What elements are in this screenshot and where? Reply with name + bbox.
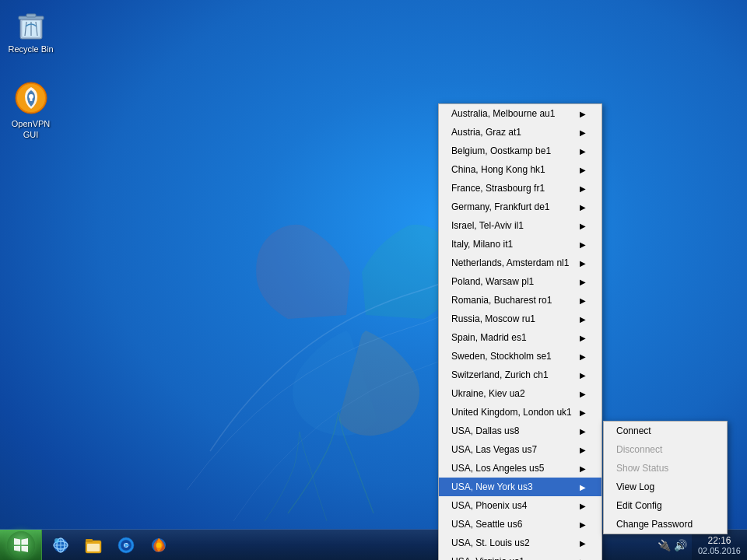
main-menu-item-0[interactable]: Australia, Melbourne au1▶ — [439, 104, 601, 123]
menu-item-label-20: USA, New York us3 — [451, 481, 533, 492]
taskbar-explorer-icon[interactable] — [78, 531, 109, 559]
taskbar-wmp-icon[interactable] — [110, 531, 142, 559]
submenu-arrow-8: ▶ — [580, 259, 586, 268]
network-icon: 🔌 — [658, 539, 671, 551]
recycle-bin-icon[interactable]: Recycle Bin — [2, 3, 60, 58]
main-menu-item-14[interactable]: Switzerland, Zurich ch1▶ — [439, 366, 601, 384]
submenu-arrow-3: ▶ — [580, 166, 586, 174]
main-menu-item-19[interactable]: USA, Los Angeles us5▶ — [439, 459, 601, 478]
menu-item-label-24: USA, Virginia us1 — [451, 556, 524, 560]
sub-context-menu: ConnectDisconnectShow StatusView LogEdit… — [603, 421, 728, 534]
taskbar-firefox-icon[interactable] — [143, 531, 174, 559]
main-menu-item-21[interactable]: USA, Phoenix us4▶ — [439, 496, 601, 515]
recycle-bin-svg — [14, 6, 48, 40]
submenu-arrow-13: ▶ — [580, 352, 586, 361]
submenu-items: ConnectDisconnectShow StatusView LogEdit… — [604, 422, 727, 534]
submenu-arrow-21: ▶ — [580, 502, 586, 510]
submenu-arrow-4: ▶ — [580, 184, 586, 193]
volume-icon: 🔊 — [674, 539, 687, 551]
svg-point-26 — [156, 542, 162, 548]
menu-item-label-19: USA, Los Angeles us5 — [451, 463, 544, 474]
menu-item-label-15: Ukraine, Kiev ua2 — [451, 388, 525, 399]
svg-point-16 — [54, 538, 59, 543]
submenu-arrow-17: ▶ — [580, 427, 586, 436]
submenu-item-3[interactable]: View Log — [604, 478, 727, 496]
taskbar-ie-icon[interactable] — [45, 531, 76, 559]
submenu-item-5[interactable]: Change Password — [604, 515, 727, 534]
menu-item-label-4: France, Strasbourg fr1 — [451, 183, 545, 194]
menu-item-label-23: USA, St. Louis us2 — [451, 537, 530, 548]
main-menu-item-7[interactable]: Italy, Milano it1▶ — [439, 235, 601, 254]
svg-rect-10 — [30, 97, 32, 101]
menu-item-label-16: United Kingdom, London uk1 — [451, 407, 572, 418]
clock-time: 22:16 — [707, 535, 731, 546]
svg-rect-18 — [86, 539, 93, 542]
main-menu-items: Australia, Melbourne au1▶Austria, Graz a… — [439, 104, 601, 560]
submenu-item-2: Show Status — [604, 459, 727, 478]
submenu-arrow-10: ▶ — [580, 296, 586, 305]
main-menu-item-10[interactable]: Romania, Bucharest ro1▶ — [439, 291, 601, 310]
main-menu-item-2[interactable]: Belgium, Oostkamp be1▶ — [439, 142, 601, 160]
main-menu-item-20[interactable]: USA, New York us3▶ — [439, 478, 601, 496]
submenu-arrow-2: ▶ — [580, 147, 586, 156]
menu-item-label-14: Switzerland, Zurich ch1 — [451, 369, 549, 380]
openvpn-svg — [14, 81, 48, 115]
submenu-arrow-9: ▶ — [580, 278, 586, 286]
menu-item-label-12: Spain, Madrid es1 — [451, 332, 527, 343]
firefox-svg — [149, 536, 168, 555]
submenu-item-1: Disconnect — [604, 440, 727, 459]
menu-item-label-13: Sweden, Stockholm se1 — [451, 351, 552, 362]
submenu-item-0[interactable]: Connect — [604, 422, 727, 440]
main-menu-item-11[interactable]: Russia, Moscow ru1▶ — [439, 310, 601, 328]
main-menu-item-22[interactable]: USA, Seattle us6▶ — [439, 515, 601, 534]
menu-item-label-3: China, Hong Kong hk1 — [451, 164, 545, 175]
submenu-arrow-12: ▶ — [580, 334, 586, 342]
main-menu-item-17[interactable]: USA, Dallas us8▶ — [439, 422, 601, 440]
start-orb — [7, 531, 35, 559]
main-menu-item-12[interactable]: Spain, Madrid es1▶ — [439, 328, 601, 347]
main-menu-item-13[interactable]: Sweden, Stockholm se1▶ — [439, 347, 601, 366]
main-menu-item-23[interactable]: USA, St. Louis us2▶ — [439, 534, 601, 552]
menu-item-label-9: Poland, Warsaw pl1 — [451, 276, 534, 287]
menu-item-label-6: Israel, Tel-Aviv il1 — [451, 220, 524, 231]
main-menu-item-5[interactable]: Germany, Frankfurt de1▶ — [439, 198, 601, 216]
menu-item-label-8: Netherlands, Amsterdam nl1 — [451, 257, 569, 268]
clock-date: 02.05.2016 — [698, 546, 741, 555]
recycle-bin-label: Recycle Bin — [8, 44, 53, 54]
submenu-arrow-11: ▶ — [580, 315, 586, 324]
explorer-svg — [84, 536, 103, 555]
main-menu-item-9[interactable]: Poland, Warsaw pl1▶ — [439, 272, 601, 291]
submenu-arrow-20: ▶ — [580, 483, 586, 492]
main-menu-item-1[interactable]: Austria, Graz at1▶ — [439, 123, 601, 142]
openvpn-icon[interactable]: OpenVPN GUI — [2, 78, 60, 144]
submenu-arrow-5: ▶ — [580, 203, 586, 212]
main-menu-item-4[interactable]: France, Strasbourg fr1▶ — [439, 179, 601, 198]
submenu-item-4[interactable]: Edit Config — [604, 496, 727, 515]
submenu-arrow-7: ▶ — [580, 240, 586, 249]
taskbar-sys-icons: 🔌 🔊 — [653, 539, 692, 551]
submenu-arrow-19: ▶ — [580, 464, 586, 473]
main-menu-item-8[interactable]: Netherlands, Amsterdam nl1▶ — [439, 254, 601, 272]
submenu-arrow-0: ▶ — [580, 110, 586, 118]
menu-item-label-1: Austria, Graz at1 — [451, 127, 521, 138]
menu-item-label-5: Germany, Frankfurt de1 — [451, 201, 550, 212]
main-menu-item-15[interactable]: Ukraine, Kiev ua2▶ — [439, 384, 601, 403]
submenu-arrow-18: ▶ — [580, 446, 586, 454]
menu-item-label-21: USA, Phoenix us4 — [451, 500, 527, 511]
submenu-arrow-14: ▶ — [580, 371, 586, 380]
submenu-arrow-24: ▶ — [580, 558, 586, 561]
taskbar-icons — [42, 530, 177, 560]
main-menu-item-24[interactable]: USA, Virginia us1▶ — [439, 552, 601, 560]
menu-item-label-17: USA, Dallas us8 — [451, 425, 519, 436]
submenu-arrow-23: ▶ — [580, 539, 586, 548]
submenu-arrow-6: ▶ — [580, 222, 586, 230]
menu-item-label-7: Italy, Milano it1 — [451, 239, 513, 250]
main-menu-item-18[interactable]: USA, Las Vegas us7▶ — [439, 440, 601, 459]
main-menu-item-3[interactable]: China, Hong Kong hk1▶ — [439, 160, 601, 179]
main-menu-item-6[interactable]: Israel, Tel-Aviv il1▶ — [439, 216, 601, 235]
submenu-arrow-15: ▶ — [580, 390, 586, 398]
main-menu-item-16[interactable]: United Kingdom, London uk1▶ — [439, 403, 601, 422]
start-button[interactable] — [0, 530, 42, 560]
menu-item-label-11: Russia, Moscow ru1 — [451, 313, 535, 324]
menu-item-label-2: Belgium, Oostkamp be1 — [451, 145, 551, 156]
